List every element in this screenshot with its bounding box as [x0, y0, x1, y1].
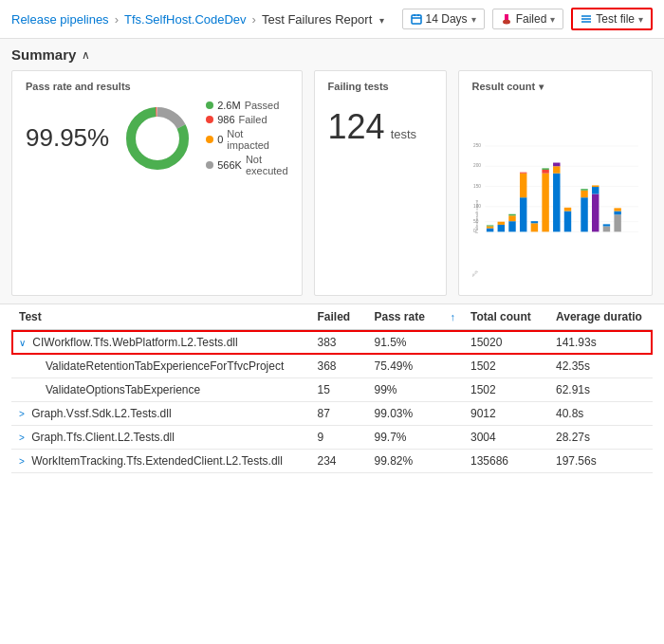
row-passrate: 91.5% — [367, 330, 443, 355]
donut-svg — [124, 105, 191, 172]
chart-chevron[interactable]: ▾ — [539, 82, 544, 92]
row-failed: 87 — [310, 402, 367, 426]
child-total: 1502 — [463, 378, 548, 402]
svg-text:150: 150 — [473, 184, 481, 189]
row-test: ∨ CIWorkflow.Tfs.WebPlatform.L2.Tests.dl… — [11, 330, 310, 355]
flask-icon — [501, 13, 512, 25]
svg-rect-35 — [508, 214, 515, 216]
legend-not-impacted: 0 Not impacted — [206, 128, 287, 151]
svg-rect-41 — [530, 223, 537, 231]
breadcrumb-part3: Test Failures Report ▾ — [262, 12, 384, 27]
child-avg: 42.35s — [548, 355, 653, 378]
result-count-chart: Result count ▾ 250 200 150 100 50 0 Fail… — [458, 70, 653, 296]
svg-rect-30 — [497, 225, 504, 231]
col-test-header: Test — [11, 304, 310, 330]
svg-rect-26 — [486, 229, 492, 232]
svg-rect-45 — [542, 170, 548, 174]
col-failed-header: Failed — [310, 304, 367, 330]
svg-text:Failed result count: Failed result count — [474, 199, 479, 233]
row-test: > Graph.Vssf.Sdk.L2.Tests.dll — [11, 402, 310, 426]
child-avg: 62.91s — [548, 378, 653, 402]
svg-rect-64 — [602, 224, 609, 226]
svg-rect-68 — [614, 208, 620, 211]
table-section: Test Failed Pass rate ↑ Total count Aver… — [0, 304, 664, 473]
svg-rect-34 — [508, 215, 515, 221]
table-row: > Graph.Vssf.Sdk.L2.Tests.dll 87 99.03% … — [11, 402, 653, 426]
pass-rate-number: 99.95% — [26, 123, 109, 153]
svg-rect-44 — [542, 174, 548, 232]
legend-passed: 2.6M Passed — [206, 100, 287, 111]
row-passrate: 99.7% — [367, 426, 443, 450]
row-avg: 40.8s — [548, 402, 653, 426]
not-executed-dot — [206, 161, 213, 169]
breadcrumb-sep2: › — [252, 12, 256, 27]
summary-title: Summary ∧ — [11, 46, 653, 63]
col-passrate-header: Pass rate — [367, 304, 443, 330]
summary-chevron[interactable]: ∧ — [82, 48, 90, 62]
col-avg-header: Average duratio — [548, 304, 653, 330]
failing-count: 124 — [328, 107, 385, 147]
sort-icon: ↑ — [451, 311, 456, 322]
results-table: Test Failed Pass rate ↑ Total count Aver… — [11, 304, 653, 473]
breadcrumb-part2[interactable]: Tfs.SelfHost.CodeDev — [124, 12, 247, 27]
failing-label: tests — [391, 127, 416, 141]
svg-rect-42 — [530, 221, 537, 223]
svg-rect-37 — [520, 197, 526, 231]
row-test: > Graph.Tfs.Client.L2.Tests.dll — [11, 426, 310, 450]
svg-rect-52 — [563, 212, 570, 232]
groupby-chevron: ▾ — [638, 14, 643, 25]
failing-tests-card: Failing tests 124 tests — [314, 70, 447, 296]
col-sort-header[interactable]: ↑ — [443, 304, 464, 330]
svg-rect-56 — [581, 191, 587, 197]
row-avg: 141.93s — [548, 330, 653, 355]
failing-content: 124 tests — [328, 107, 433, 147]
expand-button[interactable]: > — [19, 432, 25, 443]
svg-text:250: 250 — [473, 143, 481, 148]
breadcrumb-sep1: › — [115, 12, 119, 27]
row-avg: 28.27s — [548, 426, 653, 450]
row-test: > WorkItemTracking.Tfs.ExtendedClient.L2… — [11, 450, 310, 473]
svg-rect-63 — [602, 227, 609, 232]
svg-rect-48 — [553, 174, 560, 232]
table-body: ∨ CIWorkflow.Tfs.WebPlatform.L2.Tests.dl… — [11, 330, 653, 473]
status-filter[interactable]: Failed ▾ — [492, 9, 564, 29]
header: Release pipelines › Tfs.SelfHost.CodeDev… — [0, 0, 664, 39]
expand-button[interactable]: > — [19, 409, 25, 419]
legend-not-executed: 566K Not executed — [206, 154, 287, 176]
days-filter[interactable]: 14 Days ▾ — [402, 9, 485, 29]
svg-rect-31 — [497, 222, 504, 225]
child-total: 1502 — [463, 355, 548, 378]
svg-rect-5 — [505, 14, 508, 20]
not-impacted-dot — [206, 136, 213, 143]
svg-rect-28 — [486, 225, 492, 226]
row-total: 15020 — [463, 330, 548, 355]
svg-rect-0 — [412, 15, 421, 24]
svg-rect-59 — [592, 193, 599, 231]
legend-failed: 986 Failed — [206, 114, 287, 125]
child-failed: 368 — [310, 355, 367, 378]
svg-rect-39 — [520, 173, 526, 174]
table-row: > Graph.Tfs.Client.L2.Tests.dll 9 99.7% … — [11, 426, 653, 450]
svg-text:200: 200 — [473, 163, 481, 168]
breadcrumb-part1[interactable]: Release pipelines — [11, 12, 109, 27]
summary-section: Summary ∧ Pass rate and results 99.95% — [0, 39, 664, 304]
expand-button[interactable]: > — [19, 456, 25, 467]
table-row: ∨ CIWorkflow.Tfs.WebPlatform.L2.Tests.dl… — [11, 330, 653, 355]
row-total: 3004 — [463, 426, 548, 450]
expand-button[interactable]: ∨ — [19, 338, 26, 348]
row-total: 135686 — [463, 450, 548, 473]
table-child-row: ValidateRetentionTabExperienceForTfvcPro… — [11, 355, 653, 378]
breadcrumb: Release pipelines › Tfs.SelfHost.CodeDev… — [11, 12, 402, 27]
svg-rect-46 — [542, 168, 548, 170]
child-test: ValidateOptionsTabExperience — [11, 378, 310, 402]
row-avg: 197.56s — [548, 450, 653, 473]
table-header-row: Test Failed Pass rate ↑ Total count Aver… — [11, 304, 653, 330]
status-chevron: ▾ — [550, 14, 555, 25]
svg-rect-27 — [486, 227, 492, 229]
svg-rect-66 — [614, 214, 620, 231]
summary-cards: Pass rate and results 99.95% — [11, 70, 653, 296]
days-chevron: ▾ — [471, 14, 476, 25]
pass-rate-content: 99.95% — [26, 100, 288, 176]
groupby-filter[interactable]: Test file ▾ — [571, 8, 653, 30]
child-test: ValidateRetentionTabExperienceForTfvcPro… — [11, 355, 310, 378]
